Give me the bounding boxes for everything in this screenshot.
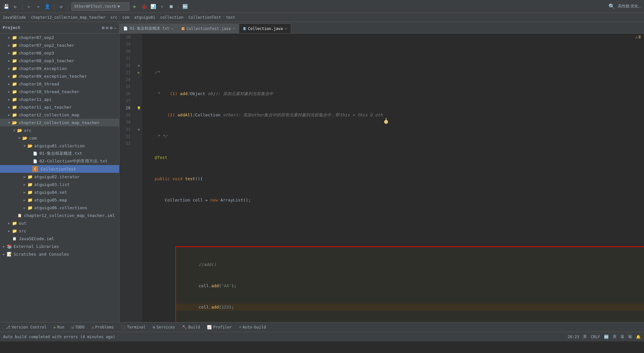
sidebar-item-atguigu06-collections[interactable]: ▶ 📁 atguigu06.collections — [0, 204, 119, 211]
folding-icon[interactable]: ⊖ — [138, 64, 140, 67]
translate-icon[interactable]: 🔤 — [181, 3, 189, 10]
sidebar-item-txt2[interactable]: ▶ 📄 02-Collection中的常用方法.txt — [0, 157, 119, 165]
tab-run[interactable]: ▶ Run — [50, 323, 67, 331]
tab-terminal[interactable]: ⬛ Terminal — [118, 323, 149, 331]
navigate-icon[interactable]: 👤 — [44, 3, 51, 10]
sidebar-item-chapter07-oop2[interactable]: ▶ 📁 chapter07_oop2 — [0, 34, 119, 41]
sidebar-item-out[interactable]: ▶ 📁 out — [0, 219, 119, 227]
sidebar-item-scratches-consoles[interactable]: ▶ 📝 Scratches and Consoles — [0, 250, 119, 258]
coverage-button[interactable]: 📊 — [149, 3, 157, 10]
toolbar-sep-4 — [178, 3, 178, 10]
undo-icon[interactable]: ↺ — [57, 3, 65, 10]
tab-collection-test[interactable]: C CollectionTest.java ✕ — [178, 24, 239, 33]
breadcrumb-item-5[interactable]: collection — [160, 15, 183, 20]
debug-button[interactable]: 🐞 — [140, 3, 148, 10]
gutter-run-23[interactable]: ▶ — [136, 69, 142, 76]
status-encoding[interactable]: 英 — [583, 334, 587, 339]
sidebar-item-chapter12-collection-map-teacher[interactable]: ▼ 📂 chapter12_collection_map_teacher — [0, 119, 119, 126]
search-everywhere-icon[interactable]: 🔍 — [608, 3, 615, 10]
warning-badge: ⚠ 8 — [636, 34, 641, 41]
sidebar-item-src-2[interactable]: ▶ 📁 src — [0, 227, 119, 235]
sidebar-item-atguigu01-collection[interactable]: ▼ 📂 atguigu01.collection — [0, 142, 119, 150]
sidebar-item-atguigu04-set[interactable]: ▶ 📁 atguigu04.set — [0, 188, 119, 196]
sidebar-item-chapter12-collection-map[interactable]: ▶ 📁 chapter12_collection_map — [0, 111, 119, 119]
sidebar-item-atguigu02-iterator[interactable]: ▶ 📁 atguigu02.iterator — [0, 173, 119, 181]
breadcrumb-item-7[interactable]: test — [226, 15, 235, 20]
gutter-32 — [136, 133, 142, 140]
sidebar-collapse-all-icon[interactable]: ≡ — [106, 25, 108, 30]
chevron-right-icon: ▶ — [6, 113, 12, 117]
sidebar-item-chapter08-oop3-teacher[interactable]: ▶ 📁 chapter08_oop3_teacher — [0, 57, 119, 64]
sidebar-item-label: src — [24, 128, 31, 133]
sidebar-item-chapter12-iml[interactable]: ▶ 📋 chapter12_collection_map_teacher.iml — [0, 211, 119, 219]
tab-todo[interactable]: ☑ TODO — [68, 323, 87, 331]
tab-profiler[interactable]: 📈 Profiler — [204, 323, 235, 331]
breadcrumb-item-0[interactable]: JavaSECode — [3, 15, 26, 20]
tab-build[interactable]: 🔨 Build — [179, 323, 203, 331]
sidebar-item-src-1[interactable]: ▼ 📂 src — [0, 126, 119, 134]
sidebar-item-chapter09-exception-teacher[interactable]: ▶ 📁 chapter09_exception_teacher — [0, 72, 119, 80]
sidebar-item-label: atguigu01.collection — [34, 143, 85, 148]
sidebar-item-chapter07-oop2-teacher[interactable]: ▶ 📁 chapter07_oop2_teacher — [0, 41, 119, 49]
sidebar-item-com[interactable]: ▼ 📂 com — [0, 134, 119, 142]
refresh-icon[interactable]: ↻ — [12, 3, 19, 10]
back-icon[interactable]: ← — [26, 3, 33, 10]
run-button[interactable]: ▶ — [131, 3, 138, 10]
sidebar-item-chapter10-thread[interactable]: ▶ 📁 chapter10_thread — [0, 80, 119, 88]
breadcrumb-item-6[interactable]: CollectionTest — [189, 15, 221, 20]
sidebar-item-label: chapter10_thread — [19, 82, 59, 86]
tab-collection-test-close-icon[interactable]: ✕ — [233, 26, 235, 31]
profile-button[interactable]: ⚡ — [158, 3, 166, 10]
tab-auto-build[interactable]: ⚡ Auto-build — [236, 323, 269, 331]
folder-icon: 📁 — [12, 112, 17, 118]
breadcrumb-item-4[interactable]: atguigu01 — [134, 15, 155, 20]
forward-icon[interactable]: → — [35, 3, 42, 10]
sidebar-item-atguigu03-list[interactable]: ▶ 📁 atguigu03.list — [0, 181, 119, 188]
run-config-dropdown[interactable]: OtherAPITest.test6 ▼ — [71, 2, 129, 11]
sidebar-close-icon[interactable]: — — [114, 25, 117, 30]
breadcrumb-item-1[interactable]: chapter12_collection_map_teacher — [31, 15, 105, 20]
sidebar-item-atguigu05-map[interactable]: ▶ 📁 atguigu05.map — [0, 196, 119, 204]
sidebar-item-external-libraries[interactable]: ▶ 📚 External Libraries — [0, 242, 119, 250]
sidebar-item-txt1[interactable]: ▶ 📄 01-集合框架概述.txt — [0, 150, 119, 157]
tab-collection-java-close-icon[interactable]: ✕ — [285, 26, 287, 31]
chevron-right-icon: ▶ — [6, 59, 12, 63]
sidebar-layout-icon[interactable]: ⊞ — [102, 25, 104, 30]
code-content[interactable]: ⚠ 8 /* * (1) add(Object obj): 添加元素对象到当前集… — [142, 34, 644, 322]
breadcrumb-item-3[interactable]: com — [122, 15, 129, 20]
scratch-icon: 📝 — [6, 251, 12, 257]
sidebar-item-label: CollectionTest — [41, 167, 76, 172]
folder-icon: 📁 — [12, 96, 17, 102]
sidebar-item-chapter11-api[interactable]: ▶ 📁 chapter11_api — [0, 95, 119, 103]
sidebar-item-label: atguigu06.collections — [34, 205, 87, 210]
tab-txt1[interactable]: 📄 01-集合框架概述.txt ✕ — [119, 24, 178, 33]
folder-icon: 📁 — [12, 42, 17, 48]
sidebar-item-collection-test[interactable]: ▶ C CollectionTest — [0, 165, 119, 173]
status-extra: 返 — [620, 334, 624, 339]
sidebar-item-chapter10-thread-teacher[interactable]: ▶ 📁 chapter10_thread_teacher — [0, 88, 119, 95]
folding-end-icon[interactable]: ⊖ — [138, 128, 140, 131]
tab-services[interactable]: ⚙ Services — [149, 323, 178, 331]
chevron-right-icon: ▶ — [22, 206, 27, 210]
sidebar-settings-icon[interactable]: ⚙ — [110, 25, 112, 30]
sidebar-item-javasecode-iml[interactable]: ▶ 📋 JavaSECode.iml — [0, 235, 119, 242]
gutter-33 — [136, 140, 142, 147]
tab-problems[interactable]: ⚠ Problems — [88, 323, 117, 331]
tab-version-control[interactable]: ⎇ Version Control — [3, 323, 50, 331]
gutter-28[interactable]: 💡 — [136, 104, 142, 112]
status-position[interactable]: 28:23 — [567, 335, 579, 339]
sidebar-actions: ⊞ ≡ ⚙ — — [102, 25, 117, 30]
line-num-28: 28 — [119, 104, 133, 112]
status-line-sep[interactable]: CRLF — [591, 335, 600, 339]
chevron-right-icon: ▶ — [22, 183, 27, 186]
stop-button[interactable]: ⏹ — [168, 3, 175, 10]
sidebar-item-chapter09-exception[interactable]: ▶ 📁 chapter09_exception — [0, 64, 119, 72]
tab-txt1-close-icon[interactable]: ✕ — [171, 26, 174, 31]
tab-collection-java[interactable]: I Collection.java ✕ — [239, 24, 291, 33]
save-icon[interactable]: 💾 — [3, 3, 10, 10]
breadcrumb-item-2[interactable]: src — [110, 15, 118, 20]
notification-icon[interactable]: 🔔 — [636, 335, 641, 339]
sidebar-item-chapter08-oop3[interactable]: ▶ 📁 chapter08_oop3 — [0, 49, 119, 57]
status-lang: 英 — [613, 334, 617, 339]
sidebar-item-chapter11-api-teacher[interactable]: ▶ 📁 chapter11_api_teacher — [0, 103, 119, 111]
